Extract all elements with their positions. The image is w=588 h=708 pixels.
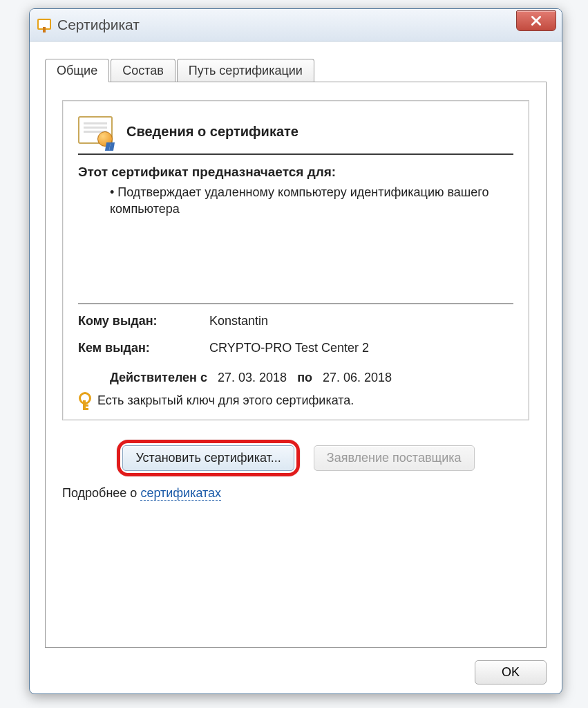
titlebar[interactable]: Сертификат <box>30 9 562 41</box>
tab-cert-path[interactable]: Путь сертификации <box>177 59 314 82</box>
certificate-info-panel: Сведения о сертификате Этот сертификат п… <box>62 100 529 420</box>
window-title: Сертификат <box>57 17 140 33</box>
more-prefix: Подробнее о <box>62 486 140 500</box>
issued-by-label: Кем выдан: <box>78 341 209 355</box>
issued-by-value: CRYPTO-PRO Test Center 2 <box>209 341 369 355</box>
client-area: Общие Состав Путь сертификации Сведения … <box>30 41 562 694</box>
action-buttons-row: Установить сертификат... Заявление поста… <box>62 440 529 476</box>
close-button[interactable] <box>516 10 556 31</box>
issuer-statement-button: Заявление поставщика <box>314 445 475 471</box>
close-icon <box>531 16 541 26</box>
tab-general[interactable]: Общие <box>45 59 109 82</box>
ok-button[interactable]: OK <box>475 660 547 684</box>
tab-details[interactable]: Состав <box>111 59 176 82</box>
install-certificate-button[interactable]: Установить сертификат... <box>122 445 294 471</box>
private-key-note: Есть закрытый ключ для этого сертификата… <box>97 393 354 408</box>
validity-line: Действителен с 27. 03. 2018 по 27. 06. 2… <box>110 371 513 385</box>
valid-to-label: по <box>297 371 312 384</box>
certificate-info-title: Сведения о сертификате <box>126 124 298 140</box>
key-icon <box>78 392 91 410</box>
dialog-footer: OK <box>45 648 547 684</box>
certificates-link[interactable]: сертификатах <box>140 486 221 501</box>
certificate-large-icon <box>78 116 114 147</box>
purpose-heading: Этот сертификат предназначается для: <box>78 165 513 180</box>
tabpane-general: Сведения о сертификате Этот сертификат п… <box>45 82 547 648</box>
divider <box>78 153 513 155</box>
tabstrip: Общие Состав Путь сертификации <box>45 57 547 82</box>
purpose-item: • Подтверждает удаленному компьютеру иде… <box>110 184 513 218</box>
issued-to-value: Konstantin <box>209 314 268 328</box>
purpose-item-text: Подтверждает удаленному компьютеру идент… <box>110 185 489 216</box>
valid-from-label: Действителен с <box>110 371 207 384</box>
highlight-annotation: Установить сертификат... <box>117 440 299 476</box>
valid-from-value: 27. 03. 2018 <box>218 371 287 384</box>
divider <box>78 304 513 304</box>
valid-to-value: 27. 06. 2018 <box>323 371 392 384</box>
certificate-icon <box>37 17 52 32</box>
certificate-dialog: Сертификат Общие Состав Путь сертификаци… <box>29 8 562 694</box>
issued-to-label: Кому выдан: <box>78 314 209 328</box>
more-about-line: Подробнее о сертификатах <box>62 486 529 501</box>
